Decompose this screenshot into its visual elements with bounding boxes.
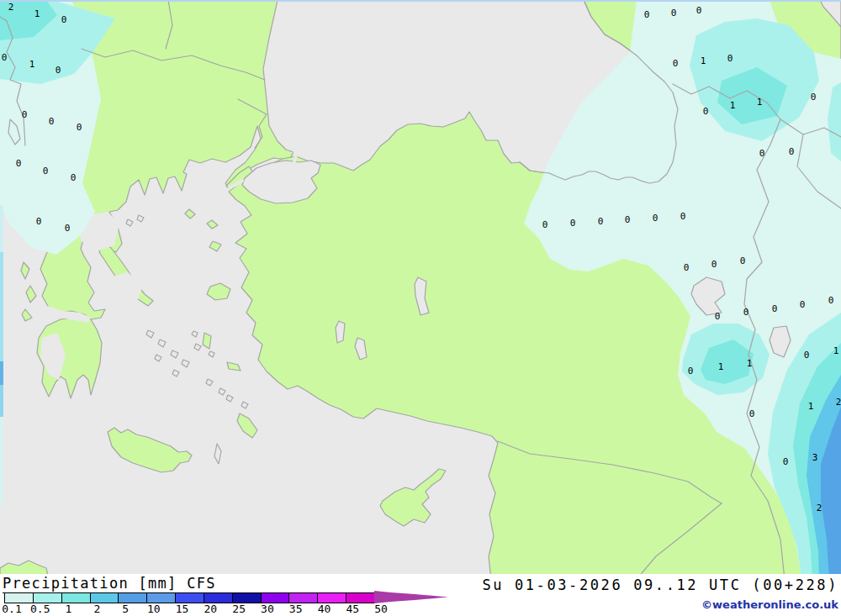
legend-scale-label: 0.1 xyxy=(2,603,21,615)
legend-scale-label: 1 xyxy=(66,603,72,615)
legend-color-cell xyxy=(318,593,346,603)
precip-value-label: 1 xyxy=(747,358,753,369)
precip-value-label: 0 xyxy=(625,214,631,225)
precip-value-label: 1 xyxy=(29,59,35,70)
precip-value-label: 0 xyxy=(749,408,755,419)
precip-value-label: 0 xyxy=(789,146,795,157)
precip-value-label: 0 xyxy=(644,9,650,20)
precip-value-label: 0 xyxy=(71,172,77,183)
precip-value-label: 3 xyxy=(812,452,818,463)
legend-scale-label: 30 xyxy=(261,603,274,615)
legend-scale-label: 25 xyxy=(232,603,246,615)
precip-value-label: 0 xyxy=(715,311,721,322)
precip-value-label: 0 xyxy=(811,92,817,103)
precip-value-label: 2 xyxy=(817,503,822,513)
legend-color-cell xyxy=(34,593,62,603)
precip-value-label: 0 xyxy=(703,106,709,117)
precip-value-label: 0 xyxy=(759,148,765,159)
legend-color-cell xyxy=(262,593,290,603)
legend-color-cell xyxy=(119,593,147,603)
precip-value-label: 0 xyxy=(36,216,42,227)
precip-value-label: 1 xyxy=(718,361,724,372)
precip-value-label: 0 xyxy=(61,14,67,25)
precip-value-label: 0 xyxy=(671,8,677,18)
precip-value-label: 0 xyxy=(828,295,834,306)
precip-value-label: 1 xyxy=(808,401,814,412)
precip-value-label: 1 xyxy=(34,8,40,19)
legend-scale-label: 35 xyxy=(289,603,303,615)
precip-value-label: 0 xyxy=(542,219,548,230)
legend-scale-label: 20 xyxy=(204,603,218,615)
precip-value-label: 0 xyxy=(727,53,733,64)
legend-color-cell xyxy=(176,593,204,603)
precip-value-label: 1 xyxy=(833,345,839,356)
precip-value-label: 1 xyxy=(701,55,706,66)
legend-color-cell xyxy=(346,593,374,603)
legend-scale-label: 2 xyxy=(93,603,100,615)
precip-value-label: 2 xyxy=(836,397,841,408)
precip-value-label: 0 xyxy=(49,116,55,127)
precip-value-label: 0 xyxy=(684,262,690,273)
legend-scale-label: 40 xyxy=(318,603,331,615)
legend-color-cell xyxy=(62,593,91,603)
precip-value-label: 0 xyxy=(673,58,679,69)
precip-value-label: 0 xyxy=(43,166,49,176)
legend-footer: Precipitation [mm] CFS 0.10.512510152025… xyxy=(0,574,841,616)
legend-scale-labels: 0.10.5125101520253035404550 xyxy=(0,603,454,616)
precip-value-label: 0 xyxy=(680,211,686,222)
legend-scale-label: 45 xyxy=(346,603,359,615)
precip-value-label: 0 xyxy=(77,122,82,133)
legend-scale-label: 10 xyxy=(147,603,161,615)
copyright-link[interactable]: ©weatheronline.co.uk xyxy=(701,598,838,611)
precip-value-label: 0 xyxy=(783,456,789,467)
precip-value-label: 0 xyxy=(598,216,604,227)
map-top-edge-line xyxy=(0,0,841,2)
legend-scale-label: 50 xyxy=(374,603,388,615)
legend-color-cell xyxy=(233,593,262,603)
forecast-datetime: Su 01-03-2026 09..12 UTC (00+228) xyxy=(482,577,838,593)
precip-value-label: 0 xyxy=(653,213,659,224)
legend-color-cell xyxy=(91,593,119,603)
legend-scale-label: 0.5 xyxy=(30,603,50,615)
precip-value-label: 0 xyxy=(800,299,806,310)
precipitation-map: 2100100000000000000000001001100000000000… xyxy=(0,0,841,580)
precip-value-label: 0 xyxy=(711,259,717,270)
precip-value-label: 0 xyxy=(688,366,694,376)
precip-value-label: 0 xyxy=(2,52,8,63)
legend-color-cell xyxy=(147,593,176,603)
legend-color-cell xyxy=(5,593,34,603)
precip-value-label: 0 xyxy=(743,307,749,318)
precip-value-label: 0 xyxy=(804,350,810,361)
precip-value-label: 0 xyxy=(56,65,61,76)
legend-color-cell xyxy=(289,593,318,603)
precip-value-label: 1 xyxy=(730,100,736,111)
lake-beysehir xyxy=(336,321,345,343)
precip-value-label: 0 xyxy=(22,109,28,120)
legend-title: Precipitation [mm] CFS xyxy=(3,575,218,593)
precip-left-edge-stripes xyxy=(0,205,3,504)
legend-color-cell xyxy=(204,593,233,603)
precip-value-label: 0 xyxy=(772,303,778,314)
precip-value-label: 2 xyxy=(8,2,14,13)
precip-value-label: 0 xyxy=(696,5,702,16)
precip-value-label: 0 xyxy=(16,158,22,169)
legend-scale-label: 5 xyxy=(122,603,129,615)
precip-value-label: 0 xyxy=(65,223,71,234)
legend-scale-label: 15 xyxy=(176,603,189,615)
precip-value-label: 0 xyxy=(570,218,576,229)
weather-map-page: 2100100000000000000000001001100000000000… xyxy=(0,0,841,616)
precip-value-label: 1 xyxy=(757,97,763,108)
precip-value-label: 0 xyxy=(740,255,746,266)
